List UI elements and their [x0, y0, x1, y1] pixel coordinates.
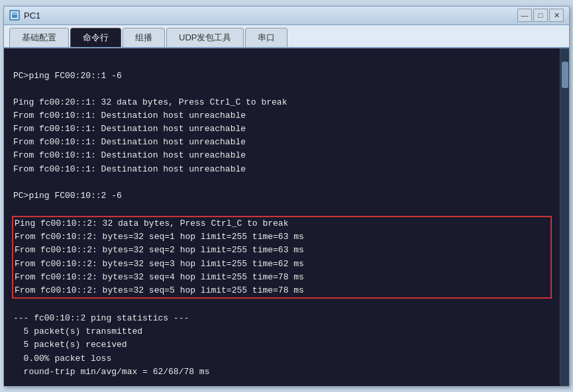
terminal-line	[13, 299, 550, 312]
terminal-line: From fc00:10::2: bytes=32 seq=3 hop limi…	[15, 258, 549, 271]
terminal-line	[13, 56, 550, 70]
terminal-line: Ping fc00:10::2: 32 data bytes, Press Ct…	[15, 217, 549, 230]
terminal-line: 5 packet(s) received	[13, 338, 550, 352]
close-button[interactable]: ✕	[549, 9, 564, 22]
scrollbar[interactable]	[560, 48, 569, 386]
terminal-line: PC>ping FC00:10::2 -6	[13, 189, 550, 203]
terminal-line: From fc00:10::1: Destination host unreac…	[13, 163, 550, 176]
terminal-container: PC>ping FC00:20::1 -6 Ping fc00:20::1: 3…	[4, 48, 569, 386]
terminal-line: From fc00:10::2: bytes=32 seq=4 hop limi…	[15, 271, 549, 284]
minimize-button[interactable]: —	[517, 9, 532, 22]
window-controls: — □ ✕	[517, 9, 564, 22]
main-window: PC1 — □ ✕ 基础配置 命令行 组播 UDP发包工具 串口 PC>ping…	[3, 6, 570, 387]
terminal-line: PC>ping FC00:20::1 -6	[13, 70, 550, 83]
terminal[interactable]: PC>ping FC00:20::1 -6 Ping fc00:20::1: 3…	[4, 48, 560, 386]
tab-multicast[interactable]: 组播	[123, 28, 165, 47]
terminal-line: 5 packet(s) transmitted	[13, 325, 550, 338]
terminal-line: From fc00:10::2: bytes=32 seq=1 hop limi…	[15, 230, 549, 244]
maximize-button[interactable]: □	[533, 9, 548, 22]
terminal-line: 0.00% packet loss	[13, 352, 550, 366]
tab-serial[interactable]: 串口	[245, 28, 287, 47]
tabs-bar: 基础配置 命令行 组播 UDP发包工具 串口	[4, 25, 569, 48]
terminal-line	[13, 83, 550, 96]
title-bar: PC1 — □ ✕	[4, 7, 569, 25]
tab-basic[interactable]: 基础配置	[9, 28, 69, 47]
terminal-line: From fc00:10::1: Destination host unreac…	[13, 109, 550, 122]
tab-cmd[interactable]: 命令行	[70, 28, 121, 47]
terminal-line: From fc00:10::2: bytes=32 seq=2 hop limi…	[15, 244, 549, 257]
app-icon	[9, 10, 20, 21]
terminal-line: Ping fc00:20::1: 32 data bytes, Press Ct…	[13, 96, 550, 109]
terminal-line	[13, 379, 550, 386]
terminal-line: From fc00:10::1: Destination host unreac…	[13, 149, 550, 162]
svg-rect-0	[11, 12, 18, 19]
terminal-line: From fc00:10::1: Destination host unreac…	[13, 136, 550, 149]
terminal-line	[13, 203, 550, 216]
terminal-line: --- fc00:10::2 ping statistics ---	[13, 312, 550, 325]
terminal-line: From fc00:10::1: Destination host unreac…	[13, 122, 550, 136]
terminal-line	[13, 176, 550, 189]
scrollbar-thumb[interactable]	[562, 62, 568, 88]
window-title: PC1	[24, 11, 517, 21]
tab-udp[interactable]: UDP发包工具	[166, 28, 244, 47]
terminal-line: round-trip min/avg/max = 62/68/78 ms	[13, 366, 550, 379]
terminal-line: From fc00:10::2: bytes=32 seq=5 hop limi…	[15, 284, 549, 297]
